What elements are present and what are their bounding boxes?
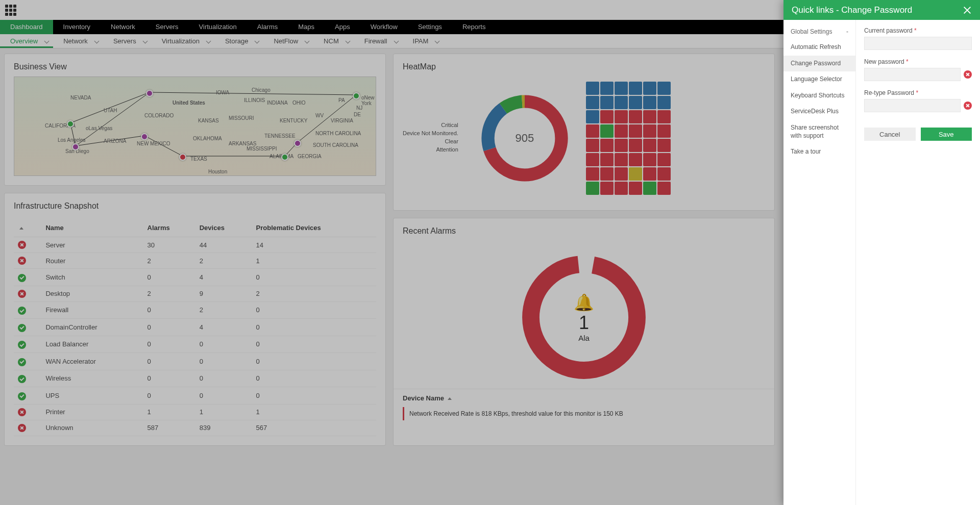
table-row[interactable]: Wireless000	[14, 370, 376, 387]
heatmap-cell[interactable]	[586, 110, 599, 123]
heatmap-cell[interactable]	[586, 167, 599, 181]
heatmap-cell[interactable]	[629, 139, 642, 152]
save-button[interactable]: Save	[921, 128, 972, 141]
close-icon[interactable]	[963, 6, 972, 15]
heatmap-grid[interactable]	[586, 82, 671, 195]
heatmap-cell[interactable]	[615, 182, 628, 195]
heatmap-cell[interactable]	[643, 124, 656, 138]
current-password-input[interactable]	[864, 37, 972, 50]
heatmap-gauge[interactable]: 905	[479, 92, 571, 184]
map-node[interactable]	[146, 90, 153, 97]
heatmap-cell[interactable]	[629, 82, 642, 95]
heatmap-cell[interactable]	[615, 82, 628, 95]
heatmap-cell[interactable]	[615, 153, 628, 166]
heatmap-cell[interactable]	[643, 167, 656, 181]
main-nav-tab-network[interactable]: Network	[101, 20, 145, 34]
heatmap-cell[interactable]	[615, 124, 628, 138]
main-nav-tab-reports[interactable]: Reports	[452, 20, 496, 34]
map-node[interactable]	[72, 143, 79, 150]
retype-password-input[interactable]	[864, 99, 961, 112]
table-row[interactable]: UPS000	[14, 387, 376, 405]
heatmap-cell[interactable]	[600, 82, 614, 95]
heatmap-cell[interactable]	[615, 139, 628, 152]
quick-link-item[interactable]: Language Selector	[783, 71, 855, 88]
table-row[interactable]: Unknown587839567	[14, 420, 376, 436]
sub-nav-tab-ncm[interactable]: NCM	[313, 34, 354, 48]
main-nav-tab-dashboard[interactable]: Dashboard	[0, 20, 53, 34]
heatmap-cell[interactable]	[629, 110, 642, 123]
heatmap-cell[interactable]	[657, 139, 671, 152]
quick-link-item[interactable]: Take a tour	[783, 144, 855, 160]
table-row[interactable]: Printer111	[14, 404, 376, 420]
quick-link-item[interactable]: Share screenshot with support	[783, 120, 855, 144]
sub-nav-tab-servers[interactable]: Servers	[103, 34, 152, 48]
table-row[interactable]: WAN Accelerator000	[14, 353, 376, 370]
heatmap-cell[interactable]	[657, 167, 671, 181]
heatmap-cell[interactable]	[600, 110, 614, 123]
heatmap-cell[interactable]	[643, 96, 656, 109]
map-node[interactable]	[294, 140, 301, 147]
column-header[interactable]: Alarms	[143, 219, 195, 237]
heatmap-cell[interactable]	[586, 124, 599, 138]
cancel-button[interactable]: Cancel	[864, 128, 916, 141]
quick-link-item[interactable]: ServiceDesk Plus	[783, 104, 855, 120]
sub-nav-tab-overview[interactable]: Overview	[0, 34, 53, 48]
main-nav-tab-alarms[interactable]: Alarms	[247, 20, 288, 34]
heatmap-cell[interactable]	[629, 153, 642, 166]
main-nav-tab-workflow[interactable]: Workflow	[360, 20, 408, 34]
table-row[interactable]: DomainController040	[14, 319, 376, 336]
column-header[interactable]: Problematic Devices	[252, 219, 376, 237]
heatmap-cell[interactable]	[629, 182, 642, 195]
heatmap-cell[interactable]	[600, 153, 614, 166]
heatmap-cell[interactable]	[615, 167, 628, 181]
main-nav-tab-settings[interactable]: Settings	[408, 20, 452, 34]
main-nav-tab-apps[interactable]: Apps	[325, 20, 360, 34]
sub-nav-tab-network[interactable]: Network	[53, 34, 103, 48]
heatmap-cell[interactable]	[615, 110, 628, 123]
map-node[interactable]	[141, 133, 148, 140]
table-row[interactable]: Firewall020	[14, 301, 376, 319]
sub-nav-tab-firewall[interactable]: Firewall	[354, 34, 403, 48]
quick-link-item[interactable]: Keyboard Shortcuts	[783, 88, 855, 104]
table-row[interactable]: Load Balancer000	[14, 336, 376, 353]
heatmap-cell[interactable]	[600, 182, 614, 195]
heatmap-cell[interactable]	[657, 110, 671, 123]
heatmap-cell[interactable]	[586, 139, 599, 152]
business-view-map[interactable]: United StatesIOWAChicagoNEVADAUTAHCOLORA…	[14, 77, 376, 176]
heatmap-cell[interactable]	[657, 153, 671, 166]
heatmap-cell[interactable]	[643, 82, 656, 95]
heatmap-cell[interactable]	[586, 153, 599, 166]
heatmap-cell[interactable]	[629, 167, 642, 181]
heatmap-cell[interactable]	[657, 124, 671, 138]
heatmap-cell[interactable]	[586, 182, 599, 195]
table-row[interactable]: Server304414	[14, 237, 376, 253]
map-node[interactable]	[67, 120, 74, 128]
heatmap-cell[interactable]	[586, 82, 599, 95]
sub-nav-tab-netflow[interactable]: NetFlow	[263, 34, 313, 48]
menu-section-header[interactable]: Global Settings -	[783, 24, 855, 39]
table-row[interactable]: Switch040	[14, 269, 376, 286]
heatmap-cell[interactable]	[657, 82, 671, 95]
map-node[interactable]	[179, 154, 186, 161]
heatmap-cell[interactable]	[643, 110, 656, 123]
main-nav-tab-maps[interactable]: Maps	[288, 20, 325, 34]
heatmap-cell[interactable]	[615, 96, 628, 109]
table-row[interactable]: Desktop292	[14, 286, 376, 301]
sub-nav-tab-ipam[interactable]: IPAM	[403, 34, 444, 48]
heatmap-cell[interactable]	[586, 96, 599, 109]
heatmap-cell[interactable]	[657, 96, 671, 109]
heatmap-cell[interactable]	[600, 124, 614, 138]
heatmap-cell[interactable]	[600, 167, 614, 181]
main-nav-tab-servers[interactable]: Servers	[145, 20, 189, 34]
heatmap-cell[interactable]	[643, 153, 656, 166]
column-header[interactable]: Devices	[195, 219, 252, 237]
quick-link-item[interactable]: Automatic Refresh	[783, 39, 855, 56]
apps-grid-icon[interactable]	[5, 5, 16, 16]
device-name-header[interactable]: Device Name	[394, 389, 774, 405]
heatmap-cell[interactable]	[600, 96, 614, 109]
alarm-gauge[interactable]: 🔔 1 Ala	[518, 251, 650, 384]
new-password-input[interactable]	[864, 68, 961, 81]
heatmap-cell[interactable]	[643, 182, 656, 195]
column-header[interactable]	[14, 219, 41, 237]
main-nav-tab-inventory[interactable]: Inventory	[53, 20, 101, 34]
